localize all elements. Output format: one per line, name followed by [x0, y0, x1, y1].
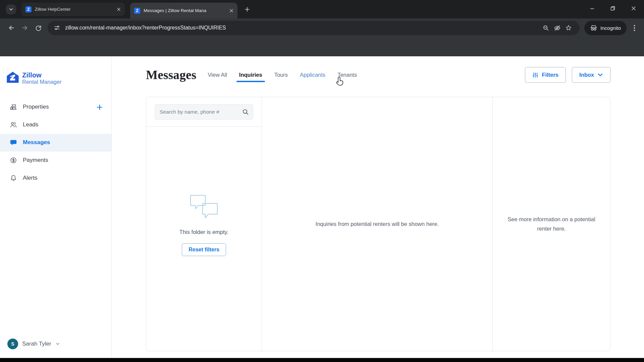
- zillow-rental-manager-logo[interactable]: Zillow Rental Manager: [7, 72, 111, 85]
- thread-panel: Inquiries from potential renters will be…: [262, 97, 493, 351]
- tab-title: Zillow HelpCenter: [35, 7, 115, 12]
- close-window-button[interactable]: [623, 0, 644, 17]
- logo-line-1: Zillow: [22, 72, 61, 79]
- sidebar-item-properties[interactable]: Properties: [0, 98, 111, 116]
- inbox-card: This folder is empty. Reset filters Inqu…: [146, 97, 610, 351]
- tab-strip: Z Zillow HelpCenter Z Messages | Zillow …: [0, 0, 644, 18]
- close-icon: [631, 6, 636, 11]
- leads-people-icon: [9, 121, 17, 129]
- incognito-label: Incognito: [600, 25, 621, 31]
- new-tab-button[interactable]: [242, 4, 252, 14]
- sidebar-item-label: Payments: [23, 157, 48, 164]
- browser-tab-helpcenter[interactable]: Z Zillow HelpCenter: [21, 3, 125, 16]
- url-bar[interactable]: zillow.com/rental-manager/inbox?renterPr…: [48, 21, 580, 35]
- chat-bubbles-icon: [188, 193, 220, 220]
- tab-applicants[interactable]: Applicants: [300, 66, 325, 83]
- zillow-favicon: Z: [25, 6, 32, 12]
- filters-label: Filters: [542, 72, 558, 78]
- tab-tours[interactable]: Tours: [274, 66, 288, 83]
- three-dots-icon: [634, 25, 635, 31]
- browser-tab-messages[interactable]: Z Messages | Zillow Rental Mana: [130, 3, 237, 18]
- sidebar-item-messages[interactable]: Messages: [0, 134, 111, 152]
- empty-folder-state: This folder is empty. Reset filters: [146, 113, 262, 337]
- password-hidden-icon[interactable]: [551, 22, 563, 34]
- tab-title: Messages | Zillow Rental Mana: [144, 8, 228, 13]
- minimize-icon: [590, 6, 594, 11]
- chevron-down-icon: [597, 72, 603, 78]
- back-arrow-icon: [8, 24, 15, 32]
- tab-close-icon[interactable]: [228, 7, 235, 14]
- tab-search-button[interactable]: [6, 4, 16, 14]
- tab-tenants[interactable]: Tenants: [337, 66, 357, 83]
- bookmark-star-icon[interactable]: [563, 22, 574, 34]
- tab-inquiries[interactable]: Inquiries: [239, 66, 262, 83]
- inbox-dropdown-button[interactable]: Inbox: [572, 67, 610, 83]
- browser-toolbar: zillow.com/rental-manager/inbox?renterPr…: [0, 18, 644, 37]
- window-controls: [582, 0, 644, 17]
- sidebar-item-label: Messages: [23, 139, 50, 146]
- avatar: S: [7, 339, 18, 349]
- forward-button[interactable]: [18, 21, 32, 35]
- payments-dollar-icon: [9, 156, 17, 164]
- user-name: Sarah Tyler: [22, 341, 51, 347]
- refresh-icon: [35, 24, 42, 32]
- site-settings-icon[interactable]: [53, 22, 61, 34]
- tab-view-all[interactable]: View All: [208, 66, 227, 83]
- add-property-button[interactable]: [95, 103, 104, 112]
- url-text: zillow.com/rental-manager/inbox?renterPr…: [65, 25, 226, 31]
- plus-icon: [245, 7, 250, 12]
- main-content: Messages View All Inquiries Tours Applic…: [112, 56, 644, 358]
- logo-line-2: Rental Manager: [22, 79, 61, 85]
- renter-detail-panel: See more information on a potential rent…: [493, 97, 610, 351]
- sidebar-item-label: Leads: [23, 121, 38, 128]
- alerts-bell-icon: [9, 174, 17, 182]
- incognito-icon: [590, 24, 597, 31]
- plus-icon: [96, 104, 103, 111]
- page-title: Messages: [146, 68, 196, 82]
- filters-button[interactable]: Filters: [525, 67, 566, 83]
- minimize-button[interactable]: [582, 0, 602, 17]
- sidebar-item-leads[interactable]: Leads: [0, 116, 111, 134]
- reset-filters-button[interactable]: Reset filters: [182, 243, 226, 256]
- user-menu[interactable]: S Sarah Tyler: [7, 339, 60, 349]
- thread-hint-text: Inquiries from potential renters will be…: [316, 221, 439, 227]
- chevron-down-icon: [9, 7, 13, 12]
- sidebar: Zillow Rental Manager Properties Leads: [0, 56, 112, 358]
- bottom-taskbar: [0, 358, 644, 362]
- messages-header: Messages View All Inquiries Tours Applic…: [146, 66, 610, 83]
- back-button[interactable]: [5, 21, 18, 35]
- detail-hint-text: See more information on a potential rent…: [504, 215, 599, 233]
- messages-bubble-icon: [9, 138, 17, 146]
- browser-window: Z Zillow HelpCenter Z Messages | Zillow …: [0, 0, 644, 362]
- sidebar-item-label: Alerts: [23, 175, 37, 181]
- sidebar-nav: Properties Leads Messages: [0, 98, 111, 187]
- sidebar-item-payments[interactable]: Payments: [0, 152, 111, 169]
- message-filter-tabs: View All Inquiries Tours Applicants Tena…: [208, 66, 357, 83]
- browser-toolbar-area: zillow.com/rental-manager/inbox?renterPr…: [0, 18, 644, 56]
- empty-folder-text: This folder is empty.: [179, 229, 228, 235]
- conversation-list-panel: This folder is empty. Reset filters: [146, 97, 262, 351]
- restore-icon: [610, 6, 615, 11]
- browser-menu-button[interactable]: [629, 21, 640, 35]
- incognito-badge: Incognito: [584, 21, 627, 35]
- zoom-page-icon[interactable]: [540, 22, 551, 34]
- sidebar-item-alerts[interactable]: Alerts: [0, 169, 111, 187]
- chevron-down-icon: [55, 342, 60, 346]
- zillow-house-icon: [7, 72, 19, 83]
- inbox-label: Inbox: [579, 72, 594, 78]
- filters-sliders-icon: [532, 72, 538, 78]
- header-buttons: Filters Inbox: [525, 67, 610, 83]
- sidebar-item-label: Properties: [23, 104, 49, 110]
- restore-button[interactable]: [602, 0, 623, 17]
- properties-building-icon: [9, 103, 17, 111]
- logo-text: Zillow Rental Manager: [22, 72, 61, 85]
- tab-close-icon[interactable]: [115, 6, 122, 13]
- refresh-button[interactable]: [32, 21, 45, 35]
- zillow-favicon: Z: [134, 8, 140, 14]
- forward-arrow-icon: [21, 24, 29, 32]
